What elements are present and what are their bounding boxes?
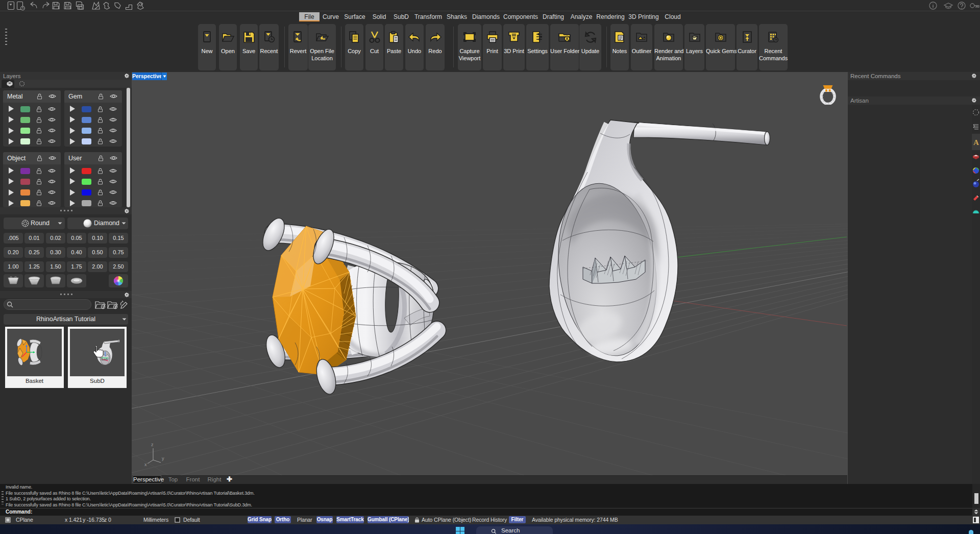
svg-text:z: z xyxy=(151,442,154,447)
svg-text:x: x xyxy=(144,462,147,467)
svg-text:A: A xyxy=(973,138,979,147)
svg-text:y: y xyxy=(162,456,164,461)
